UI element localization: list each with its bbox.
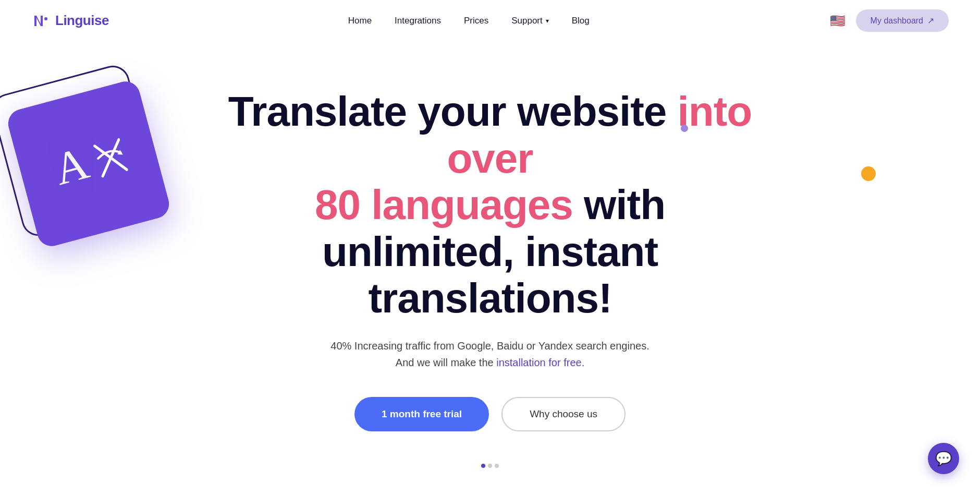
- translate-card: A: [10, 83, 162, 245]
- logo-link[interactable]: Linguise: [31, 11, 109, 30]
- language-flag-icon[interactable]: 🇺🇸: [829, 12, 847, 30]
- nav-integrations[interactable]: Integrations: [395, 16, 441, 26]
- scroll-dot-1: [481, 464, 485, 468]
- nav-blog[interactable]: Blog: [572, 16, 590, 26]
- navbar: Linguise Home Integrations Prices Suppor…: [0, 0, 980, 41]
- external-link-icon: ↗: [927, 16, 934, 26]
- nav-right: 🇺🇸 My dashboard ↗: [829, 9, 949, 32]
- logo-icon: [31, 11, 50, 30]
- free-trial-button[interactable]: 1 month free trial: [354, 397, 489, 431]
- hero-title-part1: Translate your website: [228, 88, 678, 135]
- nav-home[interactable]: Home: [348, 16, 372, 26]
- scroll-dots: [481, 464, 499, 468]
- nav-links: Home Integrations Prices Support ▾ Blog: [348, 16, 590, 26]
- hero-buttons: 1 month free trial Why choose us: [203, 397, 777, 431]
- scroll-dot-3: [495, 464, 499, 468]
- hero-section: A Translate your website into over80 lan…: [0, 41, 980, 473]
- installation-free-link[interactable]: installation for free.: [496, 357, 584, 368]
- chat-icon: 💬: [935, 451, 952, 467]
- scroll-indicator: [481, 464, 499, 468]
- chat-bubble-button[interactable]: 💬: [928, 443, 959, 474]
- hero-title: Translate your website into over80 langu…: [203, 88, 777, 322]
- orange-dot-decoration: [861, 166, 876, 181]
- svg-point-1: [44, 17, 47, 20]
- hero-subtitle: 40% Increasing traffic from Google, Baid…: [203, 337, 777, 371]
- purple-dot-decoration: [681, 125, 688, 132]
- scroll-dot-2: [488, 464, 492, 468]
- nav-prices[interactable]: Prices: [464, 16, 488, 26]
- logo-text: Linguise: [55, 13, 109, 29]
- svg-text:A: A: [48, 137, 94, 195]
- why-choose-us-button[interactable]: Why choose us: [501, 397, 626, 431]
- translate-icon: A: [45, 124, 132, 203]
- support-chevron-icon: ▾: [546, 17, 549, 25]
- nav-support[interactable]: Support ▾: [511, 16, 549, 26]
- dashboard-button[interactable]: My dashboard ↗: [856, 9, 949, 32]
- hero-content: Translate your website into over80 langu…: [203, 88, 777, 431]
